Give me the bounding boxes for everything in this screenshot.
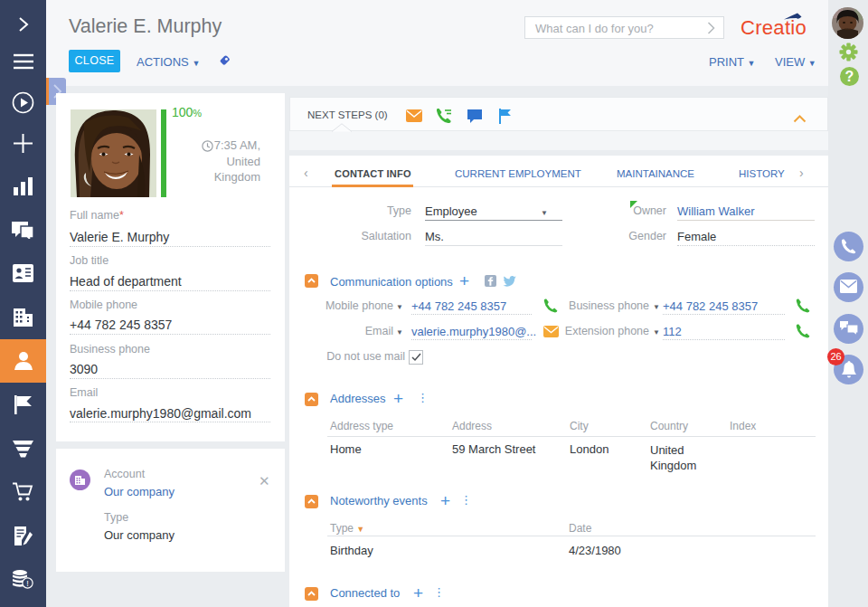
svg-text:!: ! xyxy=(26,579,29,588)
